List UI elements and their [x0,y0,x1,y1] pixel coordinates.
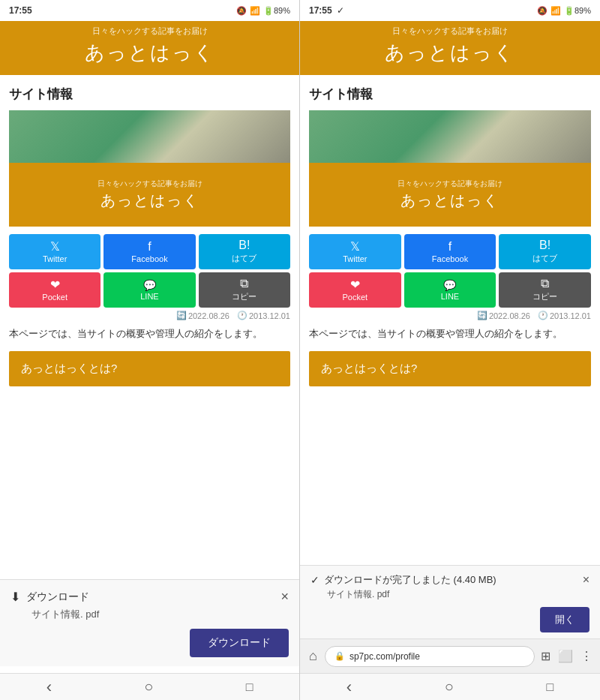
copy-label-left: コピー [232,291,256,302]
facebook-label-right: Facebook [432,254,468,263]
url-bar-right[interactable]: 🔒 sp7pc.com/profile [325,646,535,667]
hatena-icon-right: B! [539,239,550,251]
address-action-buttons-right: ⊞ ⬜ ⋮ [539,647,594,665]
status-bar-right: 17:55 ✓ 🔕 📶 🔋89% [300,0,600,21]
preview-overlay-right: 日々をハックする記事をお届け あっとはっく [309,163,591,227]
download-complete-title-right: ✓ ダウンロードが完了しました (4.40 MB) [310,573,496,587]
nav-bar-left: ‹ ○ □ [0,673,299,700]
lock-icon-right: 🔒 [334,651,345,661]
download-icon-left: ⬇ [10,590,20,604]
back-button-left[interactable]: ‹ [32,674,67,700]
copy-label-right: コピー [532,291,557,302]
hatena-icon-left: B! [238,239,250,251]
status-icons-right: 🔕 📶 🔋89% [537,6,591,16]
twitter-label-left: Twitter [43,254,67,263]
pocket-button-left[interactable]: ❤ Pocket [9,272,100,308]
left-screen: 17:55 🔕 📶 🔋89% 日々をハックする記事をお届け あっとはっく サイト… [0,0,300,700]
battery-left: 🔋89% [263,6,290,16]
header-subtitle-right: 日々をハックする記事をお届け [308,26,592,37]
twitter-icon-right: 𝕏 [350,241,360,253]
signal-icon: 📶 [250,6,260,16]
complete-close-button-right[interactable]: × [583,573,590,587]
open-btn-container-right: 開く [310,607,590,632]
line-label-right: LINE [441,292,459,301]
url-text-right: sp7pc.com/profile [350,651,420,662]
preview-image-top-left [9,110,290,169]
twitter-button-left[interactable]: 𝕏 Twitter [9,234,100,269]
body-text-right: 本ページでは、当サイトの概要や管理人の紹介をします。 [309,326,591,342]
share-buttons-right: 𝕏 Twitter f Facebook B! はてブ ❤ Pocket 💬 [309,234,591,308]
facebook-button-right[interactable]: f Facebook [404,234,496,269]
download-complete-bar-right: ✓ ダウンロードが完了しました (4.40 MB) × サイト情報. pdf 開… [300,565,600,640]
home-button-left[interactable]: ○ [129,675,168,698]
section-title-right: サイト情報 [309,86,591,103]
download-bar-left: ⬇ ダウンロード × サイト情報. pdf ダウンロード [0,579,299,666]
hatena-button-left[interactable]: B! はてブ [199,234,290,269]
check-icon-right: ✓ [337,5,344,16]
home-page-button-right[interactable]: ⌂ [306,645,320,667]
preview-overlay-left: 日々をハックする記事をお届け あっとはっく [9,163,290,227]
app-header-right: 日々をハックする記事をお届け あっとはっく [300,21,600,75]
preview-subtitle-right: 日々をハックする記事をお届け [398,179,502,189]
recent-button-right[interactable]: □ [531,677,568,697]
complete-filename-right: サイト情報. pdf [310,588,590,601]
share-buttons-left: 𝕏 Twitter f Facebook B! はてブ ❤ Pocket 💬 [9,234,290,308]
download-filename-left: サイト情報. pdf [10,608,289,621]
clock-icon-left: 🕐 [237,311,248,320]
pocket-label-right: Pocket [343,293,368,302]
tab-button-right[interactable]: ⬜ [556,647,574,665]
facebook-button-left[interactable]: f Facebook [104,234,195,269]
twitter-button-right[interactable]: 𝕏 Twitter [309,234,401,269]
header-title-right: あっとはっく [308,40,592,66]
back-button-right[interactable]: ‹ [332,674,367,700]
facebook-icon-right: f [448,241,452,253]
preview-image-left: 日々をハックする記事をお届け あっとはっく [9,110,290,227]
time-right: 17:55 [309,5,332,16]
line-button-right[interactable]: 💬 LINE [404,272,496,308]
line-label-left: LINE [140,292,158,301]
date-info-left: 🔄 2022.08.26 🕐 2013.12.01 [9,311,290,320]
recent-button-left[interactable]: □ [231,677,268,697]
app-header-left: 日々をハックする記事をお届け あっとはっく [0,21,299,75]
copy-icon-left: ⧉ [240,278,248,290]
download-bar-title-left: ⬇ ダウンロード [10,590,89,604]
section-button-left[interactable]: あっとはっくとは? [9,351,290,386]
date-updated-right: 🔄 2022.08.26 [477,311,530,320]
copy-button-right[interactable]: ⧉ コピー [499,272,591,308]
body-text-left: 本ページでは、当サイトの概要や管理人の紹介をします。 [9,326,290,342]
mute-icon: 🔕 [236,6,247,16]
menu-grid-button-right[interactable]: ⊞ [539,647,552,665]
twitter-icon-left: 𝕏 [50,241,60,253]
right-screen: 17:55 ✓ 🔕 📶 🔋89% 日々をハックする記事をお届け あっとはっく サ… [300,0,600,700]
refresh-icon-right: 🔄 [477,311,488,320]
home-button-right[interactable]: ○ [430,675,469,698]
pocket-button-right[interactable]: ❤ Pocket [309,272,401,308]
line-button-left[interactable]: 💬 LINE [104,272,195,308]
download-btn-container-left: ダウンロード [10,629,289,657]
refresh-icon-left: 🔄 [176,311,187,320]
open-button-right[interactable]: 開く [540,607,590,632]
section-title-left: サイト情報 [9,86,290,103]
battery-right: 🔋89% [564,6,591,16]
hatena-label-left: はてブ [232,253,256,264]
pocket-label-left: Pocket [42,293,68,302]
facebook-label-left: Facebook [131,254,167,263]
mute-icon-right: 🔕 [537,6,548,16]
header-subtitle-left: 日々をハックする記事をお届け [8,26,292,37]
download-close-button-left[interactable]: × [280,589,289,605]
hatena-button-right[interactable]: B! はてブ [499,234,591,269]
date-info-right: 🔄 2022.08.26 🕐 2013.12.01 [309,311,591,320]
preview-title-right: あっとはっく [400,191,500,211]
time-left: 17:55 [9,5,32,16]
address-bar-right: ⌂ 🔒 sp7pc.com/profile ⊞ ⬜ ⋮ [300,638,600,673]
more-button-right[interactable]: ⋮ [579,647,594,665]
download-action-button-left[interactable]: ダウンロード [190,629,289,657]
hatena-label-right: はてブ [532,253,557,264]
nav-bar-right: ‹ ○ □ [300,673,600,700]
line-icon-left: 💬 [143,280,156,290]
date-updated-left: 🔄 2022.08.26 [176,311,230,320]
copy-button-left[interactable]: ⧉ コピー [199,272,290,308]
status-bar-left: 17:55 🔕 📶 🔋89% [0,0,299,21]
section-button-right[interactable]: あっとはっくとは? [309,351,591,386]
facebook-icon-left: f [148,241,151,253]
